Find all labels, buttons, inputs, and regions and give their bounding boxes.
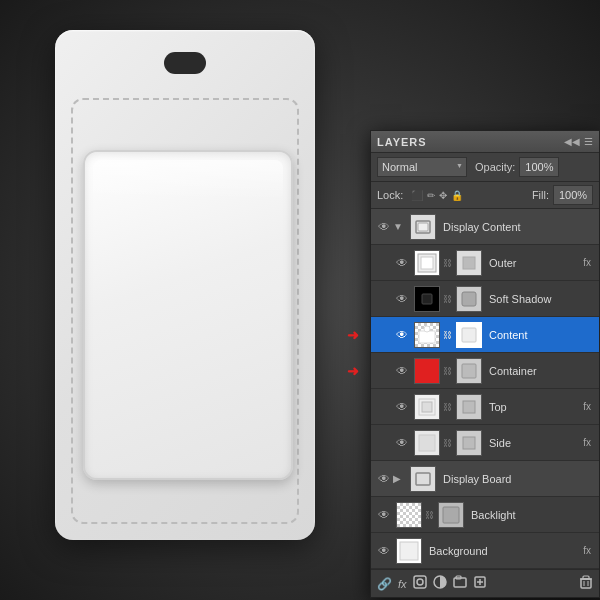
lock-image-icon[interactable]: ✏: [427, 190, 435, 201]
layer-row-outer[interactable]: 👁 ⛓ Outer fx: [371, 245, 599, 281]
blend-mode-select[interactable]: Normal Dissolve Multiply Screen Overlay: [377, 157, 467, 177]
collapse-panel-button[interactable]: ◀◀: [564, 136, 580, 147]
chain-content: ⛓: [443, 330, 453, 340]
svg-rect-14: [463, 401, 475, 413]
chain-outer: ⛓: [443, 258, 453, 268]
layer-thumb-content-1: [414, 322, 440, 348]
layer-thumb-side-2: [456, 430, 482, 456]
layer-row-side[interactable]: 👁 ⛓ Side fx: [371, 425, 599, 461]
expand-display-content[interactable]: ▼: [393, 221, 407, 232]
visibility-top[interactable]: 👁: [393, 398, 411, 416]
expand-display-board[interactable]: ▶: [393, 473, 407, 484]
layer-name-content: Content: [485, 329, 595, 341]
layer-row-top[interactable]: 👁 ⛓ Top fx: [371, 389, 599, 425]
layer-name-backlight: Backlight: [467, 509, 595, 521]
fill-input[interactable]: [553, 185, 593, 205]
svg-rect-17: [416, 473, 430, 485]
layer-row-content[interactable]: ➜ 👁 ⛓ Content: [371, 317, 599, 353]
layer-thumb-container-2: [456, 358, 482, 384]
svg-rect-4: [463, 257, 475, 269]
blend-mode-wrapper: Normal Dissolve Multiply Screen Overlay: [377, 157, 467, 177]
blend-opacity-row: Normal Dissolve Multiply Screen Overlay …: [371, 153, 599, 182]
add-fx-button[interactable]: fx: [398, 578, 407, 590]
layer-thumb-soft-shadow-1: [414, 286, 440, 312]
layer-thumb-top-1: [414, 394, 440, 420]
visibility-side[interactable]: 👁: [393, 434, 411, 452]
link-layers-button[interactable]: 🔗: [377, 577, 392, 591]
layer-thumb-outer-2: [456, 250, 482, 276]
svg-rect-28: [581, 579, 591, 588]
hang-hole: [164, 52, 206, 74]
visibility-display-board[interactable]: 👁: [375, 470, 393, 488]
svg-rect-1: [418, 223, 428, 231]
blister-card: [55, 30, 315, 540]
chain-container: ⛓: [443, 366, 453, 376]
layer-thumb-display-board: [410, 466, 436, 492]
layer-thumb-container-1: [414, 358, 440, 384]
panel-titlebar: LAYERS ◀◀ ☰: [371, 131, 599, 153]
fill-label: Fill:: [532, 189, 549, 201]
layer-thumb-soft-shadow-2: [456, 286, 482, 312]
layer-name-side: Side: [485, 437, 583, 449]
panel-icons: ◀◀ ☰: [564, 136, 593, 147]
layer-row-backlight[interactable]: 👁 ⛓ Backlight: [371, 497, 599, 533]
layer-thumb-background-1: [396, 538, 422, 564]
svg-rect-10: [462, 328, 476, 342]
lock-transparent-icon[interactable]: ⬛: [411, 190, 423, 201]
opacity-input[interactable]: [519, 157, 559, 177]
add-adjustment-button[interactable]: [433, 575, 447, 592]
lock-label: Lock:: [377, 189, 403, 201]
fx-side: fx: [583, 437, 595, 448]
visibility-backlight[interactable]: 👁: [375, 506, 393, 524]
layer-row-soft-shadow[interactable]: 👁 ⛓ Soft Shadow: [371, 281, 599, 317]
layer-row-container[interactable]: ➜ 👁 ⛓ Container: [371, 353, 599, 389]
opacity-label: Opacity:: [475, 161, 515, 173]
layer-name-background: Background: [425, 545, 583, 557]
svg-rect-6: [422, 294, 432, 304]
svg-rect-19: [400, 542, 418, 560]
layer-thumb-side-1: [414, 430, 440, 456]
layer-row-background[interactable]: 👁 Background fx: [371, 533, 599, 569]
svg-rect-13: [422, 402, 432, 412]
svg-rect-20: [414, 576, 426, 588]
visibility-soft-shadow[interactable]: 👁: [393, 290, 411, 308]
panel-menu-button[interactable]: ☰: [584, 136, 593, 147]
visibility-display-content[interactable]: 👁: [375, 218, 393, 236]
red-arrow-container: ➜: [347, 363, 359, 379]
svg-rect-3: [421, 257, 433, 269]
chain-top: ⛓: [443, 402, 453, 412]
layer-thumb-outer-1: [414, 250, 440, 276]
layer-thumb-backlight-1: [396, 502, 422, 528]
visibility-outer[interactable]: 👁: [393, 254, 411, 272]
lock-icons-group: ⬛ ✏ ✥ 🔒: [411, 190, 463, 201]
lock-all-icon[interactable]: 🔒: [451, 190, 463, 201]
layer-name-display-content: Display Content: [439, 221, 595, 233]
svg-rect-15: [419, 435, 435, 451]
new-layer-button[interactable]: [473, 575, 487, 592]
delete-layer-button[interactable]: [579, 575, 593, 592]
panel-title: LAYERS: [377, 136, 564, 148]
svg-rect-8: [419, 331, 435, 343]
layers-panel: LAYERS ◀◀ ☰ Normal Dissolve Multiply Scr…: [370, 130, 600, 598]
visibility-content[interactable]: 👁: [393, 326, 411, 344]
svg-rect-18: [443, 507, 459, 523]
layer-thumb-content-2: [456, 322, 482, 348]
fx-top: fx: [583, 401, 595, 412]
lock-position-icon[interactable]: ✥: [439, 190, 447, 201]
svg-rect-16: [463, 437, 475, 449]
layer-row-display-board[interactable]: 👁 ▶ Display Board: [371, 461, 599, 497]
lock-fill-row: Lock: ⬛ ✏ ✥ 🔒 Fill:: [371, 182, 599, 209]
visibility-container[interactable]: 👁: [393, 362, 411, 380]
blister-bubble: [83, 150, 293, 480]
svg-rect-30: [583, 576, 589, 579]
layer-row-display-content[interactable]: 👁 ▼ Display Content: [371, 209, 599, 245]
layer-name-display-board: Display Board: [439, 473, 595, 485]
chain-side: ⛓: [443, 438, 453, 448]
chain-soft-shadow: ⛓: [443, 294, 453, 304]
visibility-background[interactable]: 👁: [375, 542, 393, 560]
layer-name-container: Container: [485, 365, 595, 377]
add-mask-button[interactable]: [413, 575, 427, 592]
svg-point-21: [417, 579, 423, 585]
new-group-button[interactable]: [453, 575, 467, 592]
layer-name-top: Top: [485, 401, 583, 413]
